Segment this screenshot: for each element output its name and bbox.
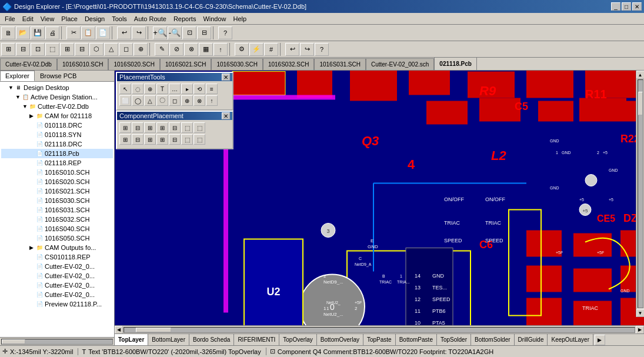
tree-021118rep[interactable]: ▶ 📄 021118.REP <box>1 158 113 168</box>
tb2-14[interactable]: ▦ <box>199 43 213 56</box>
pt-btn-16[interactable]: ↑ <box>206 95 218 106</box>
close-button[interactable]: ✕ <box>632 2 642 11</box>
tree-design-desktop[interactable]: ▼ 🖥 Design Desktop <box>1 83 113 92</box>
tree-1016s020sch[interactable]: ▶ 📄 1016S020.SCH <box>1 177 113 186</box>
pt-btn-13[interactable]: ◻ <box>169 95 181 106</box>
tb2-7[interactable]: ⬡ <box>89 43 104 56</box>
sidebar-hscroll[interactable] <box>0 337 114 345</box>
tb2-8[interactable]: △ <box>104 43 118 56</box>
tree-021118pcb[interactable]: ▶ 📄 021118.Pcb <box>1 149 113 158</box>
tb-zoom-out[interactable]: -🔍 <box>168 26 182 39</box>
tb2-19[interactable]: ↩ <box>285 43 299 56</box>
pt-btn-10[interactable]: ◯ <box>132 95 144 106</box>
tb2-6[interactable]: ⊟ <box>75 43 89 56</box>
tb2-16[interactable]: ⚙ <box>235 43 249 56</box>
tab-1016s010[interactable]: 1016S010.SCH <box>57 58 109 70</box>
pt-btn-4[interactable]: T <box>156 84 168 94</box>
tb2-5[interactable]: ⊞ <box>60 43 74 56</box>
menu-autoroute[interactable]: Auto Route <box>131 13 170 24</box>
maximize-button[interactable]: □ <box>622 2 631 11</box>
menu-reports[interactable]: Reports <box>170 13 200 24</box>
placement-tools-title[interactable]: PlacementTools ✕ <box>117 73 232 81</box>
tb-save[interactable]: 💾 <box>31 26 45 39</box>
layer-tab-bottomsolder[interactable]: BottomSolder <box>471 334 515 345</box>
cp-btn-9[interactable]: ⊟ <box>132 134 144 145</box>
tree-cutter002b[interactable]: ▶ 📄 Cutter-EV-02_0... <box>1 271 113 281</box>
tb-zoom-in[interactable]: +🔍 <box>153 26 167 39</box>
cp-btn-8[interactable]: ⊞ <box>119 134 131 145</box>
tb-paste[interactable]: 📄 <box>96 26 110 39</box>
cp-btn-4[interactable]: ⊞ <box>156 122 168 133</box>
tree-cam[interactable]: ▶ 📁 CAM for 021118 <box>1 111 113 121</box>
tb-redo[interactable]: ↪ <box>132 26 146 39</box>
hscroll-thumb[interactable] <box>136 328 171 332</box>
cp-btn-5[interactable]: ⊟ <box>169 122 181 133</box>
pcb-vscroll[interactable]: ▲ ▼ <box>636 71 644 317</box>
pt-btn-14[interactable]: ⊕ <box>181 95 193 106</box>
layer-tab-bottomlayer[interactable]: BottomLayer <box>148 334 189 345</box>
tree-1016s050sch[interactable]: ▶ 📄 1016S050.SCH <box>1 233 113 243</box>
tree-1016s032sch[interactable]: ▶ 📄 1016S032.SCH <box>1 215 113 224</box>
tb2-18[interactable]: # <box>264 43 278 56</box>
tb2-1[interactable]: ⊞ <box>1 43 15 56</box>
cp-btn-12[interactable]: ⊟ <box>169 134 181 145</box>
layer-scroll-right[interactable]: ▶ <box>595 335 605 345</box>
tree-1016s021sch[interactable]: ▶ 📄 1016S021.SCH <box>1 186 113 196</box>
layer-tab-bottomoverlay[interactable]: BottomOverlay <box>317 334 363 345</box>
cp-btn-14[interactable]: ⬚ <box>193 134 205 145</box>
pt-btn-1[interactable]: ↖ <box>119 84 131 94</box>
pt-btn-12[interactable]: 〇 <box>156 95 168 106</box>
pt-btn-11[interactable]: △ <box>144 95 156 106</box>
cp-btn-3[interactable]: ⊞ <box>144 122 156 133</box>
tb-open[interactable]: 📂 <box>16 26 30 39</box>
component-placement-title[interactable]: ComponentPlacement ✕ <box>117 112 232 120</box>
layer-tab-topoverlay[interactable]: TopOverlay <box>279 334 317 345</box>
tree-1016s031sch[interactable]: ▶ 📄 1016S031.SCH <box>1 205 113 215</box>
tree-ddb[interactable]: ▼ 📁 Cutter-EV-02.Ddb <box>1 102 113 111</box>
pt-btn-15[interactable]: ⊗ <box>193 95 205 106</box>
tb-help[interactable]: ? <box>218 26 232 39</box>
layer-tab-topsolder[interactable]: TopSolder <box>437 334 471 345</box>
tree-010118syn[interactable]: ▶ 📄 010118.SYN <box>1 130 113 139</box>
tree-cam-outputs[interactable]: ▶ 📁 CAM Outputs fo... <box>1 243 113 252</box>
menu-file[interactable]: File <box>1 13 19 24</box>
tree-010118drc[interactable]: ▶ 📄 010118.DRC <box>1 121 113 130</box>
tb2-21[interactable]: ? <box>315 43 329 56</box>
pt-btn-5[interactable]: … <box>169 84 181 94</box>
tree-1016s040sch[interactable]: ▶ 📄 1016S040.SCH <box>1 224 113 233</box>
tab-1016s031[interactable]: 1016S031.SCH <box>314 58 366 70</box>
pt-btn-7[interactable]: ⟲ <box>193 84 205 94</box>
tb2-2[interactable]: ⊟ <box>16 43 30 56</box>
vscroll-thumb[interactable] <box>638 92 643 115</box>
hscroll-track[interactable] <box>124 327 635 333</box>
layer-tab-toplayer[interactable]: TopLayer <box>115 334 148 345</box>
tab-021118pcb[interactable]: 021118.Pcb <box>434 58 477 70</box>
tb2-9[interactable]: ◻ <box>119 43 133 56</box>
tab-1016s021[interactable]: 1016S021.SCH <box>160 58 212 70</box>
tree-1016s010sch[interactable]: ▶ 📄 1016S010.SCH <box>1 168 113 177</box>
menu-tools[interactable]: Tools <box>108 13 131 24</box>
tree-preview[interactable]: ▶ 📄 Preview 021118.P... <box>1 299 113 309</box>
pt-btn-9[interactable]: ⬜ <box>119 95 131 106</box>
menu-window[interactable]: Window <box>199 13 229 24</box>
layer-tab-bottompaste[interactable]: BottomPaste <box>396 334 437 345</box>
cp-btn-7[interactable]: ⬚ <box>193 122 205 133</box>
tree-021118drc[interactable]: ▶ 📄 021118.DRC <box>1 139 113 149</box>
tb-print[interactable]: 🖨 <box>45 26 59 39</box>
cp-btn-1[interactable]: ⊞ <box>119 122 131 133</box>
layer-tab-bordo[interactable]: Bordo Scheda <box>189 334 234 345</box>
tb2-15[interactable]: ↑ <box>213 43 228 56</box>
cp-btn-6[interactable]: ⬚ <box>181 122 193 133</box>
component-placement-close[interactable]: ✕ <box>222 112 230 119</box>
layer-tab-keepout[interactable]: KeepOutLayer <box>548 334 593 345</box>
tb-cut[interactable]: ✂ <box>66 26 81 39</box>
cp-btn-11[interactable]: ⊞ <box>156 134 168 145</box>
menu-design[interactable]: Design <box>81 13 108 24</box>
menu-view[interactable]: View <box>37 13 58 24</box>
tree-cs010118rep[interactable]: ▶ 📄 CS010118.REP <box>1 252 113 262</box>
tree-cutter002d[interactable]: ▶ 📄 Cutter-EV-02_0... <box>1 290 113 299</box>
minimize-button[interactable]: _ <box>611 2 620 11</box>
cp-btn-10[interactable]: ⊞ <box>144 134 156 145</box>
pcb-canvas[interactable]: PlacementTools ✕ ↖ ◌ ⊕ T … ▸ ⟲ ≡ <box>115 71 644 325</box>
sidebar-tab-browse[interactable]: Browse PCB <box>35 71 82 81</box>
